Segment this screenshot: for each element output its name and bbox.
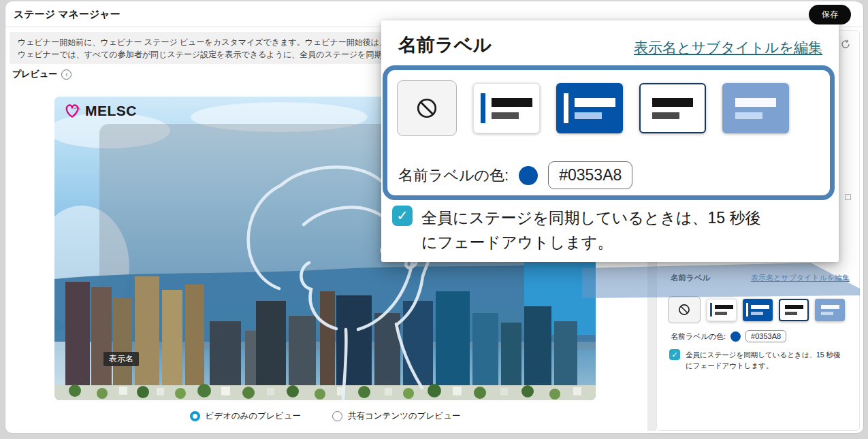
radio-unselected-icon[interactable] — [332, 411, 342, 421]
accent-bar — [481, 93, 485, 123]
fade-out-option-large: 全員にステージを同期しているときは、15 秒後 にフェードアウトします。 — [392, 206, 760, 255]
fade-checkbox[interactable] — [669, 349, 680, 360]
fade-text-large: 全員にステージを同期しているときは、15 秒後 にフェードアウトします。 — [421, 206, 760, 255]
accent-bar — [564, 93, 568, 123]
preview-label-text: プレビュー — [12, 68, 57, 80]
preview-section-label: プレビュー i — [12, 68, 71, 80]
fade-checkbox-large[interactable] — [392, 206, 413, 226]
melsc-logo-heart-icon — [64, 102, 82, 120]
preview-mode-radios: ビデオのみのプレビュー 共有コンテンツのプレビュー — [54, 410, 596, 422]
popup-header: 名前ラベル 表示名とサブタイトルを編集 — [398, 33, 822, 57]
save-button[interactable]: 保存 — [809, 5, 851, 25]
label-style-translucent-button[interactable] — [815, 299, 845, 321]
fade-text-line1: 全員にステージを同期しているときは、15 秒後 — [686, 351, 841, 359]
name-label-color-row-large: 名前ラベルの色: #0353A8 — [398, 161, 632, 189]
label-style-outlined-button-large[interactable] — [639, 83, 706, 133]
label-style-options-large — [397, 80, 789, 136]
name-label-zoom-popup: 名前ラベル 表示名とサブタイトルを編集 — [381, 20, 839, 262]
accent-bar — [710, 303, 712, 316]
radio-video-only-label: ビデオのみのプレビュー — [206, 410, 301, 422]
fade-text: 全員にステージを同期しているときは、15 秒後 にフェードアウトします。 — [686, 349, 841, 371]
color-hex-input[interactable]: #0353A8 — [745, 330, 786, 342]
refresh-icon[interactable] — [840, 39, 851, 50]
label-style-options — [668, 296, 845, 323]
prohibition-icon — [677, 303, 691, 316]
label-style-solid-button[interactable] — [743, 299, 773, 321]
color-swatch[interactable] — [730, 331, 741, 342]
radio-video-only[interactable]: ビデオのみのプレビュー — [190, 410, 301, 422]
info-icon[interactable]: i — [61, 69, 71, 80]
edit-display-name-link-large[interactable]: 表示名とサブタイトルを編集 — [634, 38, 822, 57]
label-style-outlined-button[interactable] — [779, 299, 809, 321]
fade-text-line2-large: にフェードアウトします。 — [421, 233, 613, 251]
label-style-translucent-button-large[interactable] — [722, 83, 789, 133]
radio-shared-content-label: 共有コンテンツのプレビュー — [348, 410, 460, 422]
fade-text-line2: にフェードアウトします。 — [686, 361, 773, 370]
highlighted-options-frame: 名前ラベルの色: #0353A8 — [383, 65, 835, 200]
label-style-none-button-large[interactable] — [397, 80, 457, 136]
color-hex-input-large[interactable]: #0353A8 — [548, 161, 632, 189]
label-style-light-accent-button-large[interactable] — [473, 83, 540, 133]
melsc-logo: MELSC — [64, 102, 137, 120]
melsc-logo-text: MELSC — [85, 103, 137, 119]
accent-bar — [746, 303, 748, 316]
color-label: 名前ラベルの色: — [671, 331, 726, 342]
popup-title: 名前ラベル — [398, 33, 492, 57]
color-label-large: 名前ラベルの色: — [398, 165, 509, 186]
display-name-tag: 表示名 — [103, 352, 139, 366]
name-label-color-row: 名前ラベルの色: #0353A8 — [671, 330, 786, 342]
label-style-solid-button-large[interactable] — [556, 83, 623, 133]
page-title: ステージ マネージャー — [14, 8, 120, 21]
radio-shared-content[interactable]: 共有コンテンツのプレビュー — [332, 410, 460, 422]
radio-selected-icon[interactable] — [190, 411, 200, 421]
label-style-light-accent-button[interactable] — [707, 299, 737, 321]
fade-out-option: 全員にステージを同期しているときは、15 秒後 にフェードアウトします。 — [669, 349, 841, 371]
fade-text-line1-large: 全員にステージを同期しているときは、15 秒後 — [421, 209, 760, 227]
small-square-marker — [845, 194, 851, 200]
prohibition-icon — [415, 96, 439, 120]
label-style-none-button[interactable] — [668, 296, 701, 323]
color-swatch-large[interactable] — [519, 166, 538, 185]
